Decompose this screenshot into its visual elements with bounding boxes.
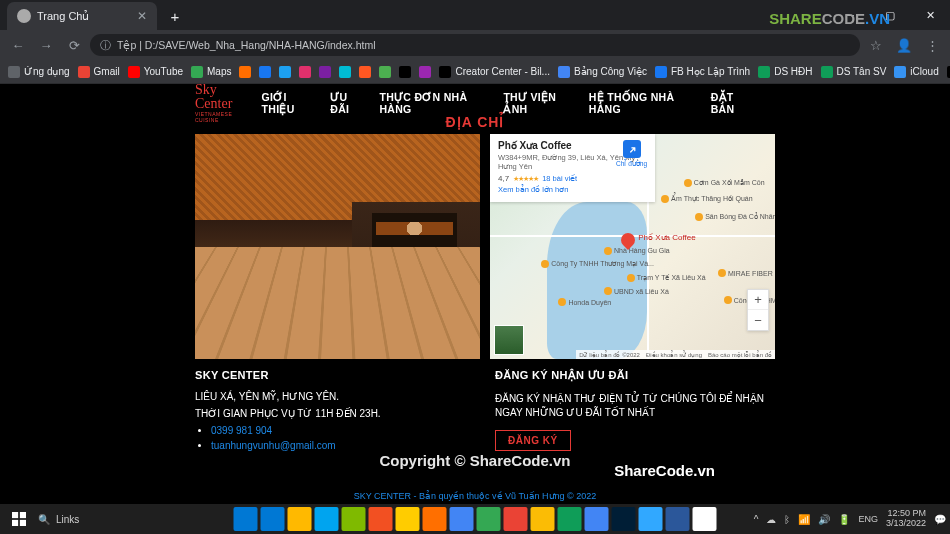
battery-icon[interactable]: 🔋 <box>838 514 850 525</box>
bluetooth-icon[interactable]: ᛒ <box>784 514 790 525</box>
map-poi[interactable]: UBND xã Liêu Xá <box>604 287 669 295</box>
nav-item[interactable]: THƯ VIỆN ẢNH <box>503 91 574 115</box>
footer-email-link[interactable]: tuanhungvunhu@gmail.com <box>211 440 336 451</box>
notifications-icon[interactable]: 💬 <box>934 514 946 525</box>
map-embed[interactable]: Cơm Gà Xối Mắm CônẨm Thực Thăng Hồi Quán… <box>490 134 775 359</box>
nav-item[interactable]: GIỚI THIỆU <box>262 91 317 115</box>
taskbar-app-icon[interactable] <box>531 507 555 531</box>
map-poi[interactable]: Nhà Hàng Gu Gia <box>604 247 670 255</box>
profile-icon[interactable]: 👤 <box>892 33 916 57</box>
taskbar-app-icon[interactable] <box>396 507 420 531</box>
taskbar-app-icon[interactable] <box>612 507 636 531</box>
taskbar-app-icon[interactable] <box>639 507 663 531</box>
tab-title: Trang Chủ <box>37 10 131 23</box>
close-button[interactable]: ✕ <box>910 0 950 30</box>
taskbar-app-icon[interactable] <box>666 507 690 531</box>
taskbar-app-icon[interactable] <box>315 507 339 531</box>
bookmark-favicon <box>439 66 451 78</box>
bookmark-star-icon[interactable]: ☆ <box>864 33 888 57</box>
bookmark-item[interactable] <box>359 66 371 78</box>
bookmark-item[interactable]: Maps <box>191 66 231 78</box>
bookmark-item[interactable]: FB Học Lập Trình <box>655 66 750 78</box>
bookmark-item[interactable] <box>339 66 351 78</box>
taskbar-app-icon[interactable] <box>288 507 312 531</box>
bookmark-item[interactable] <box>399 66 411 78</box>
address-bar[interactable]: ⓘ Tệp | D:/SAVE/Web_Nha_Hang/NHA-HANG/in… <box>90 34 860 56</box>
taskbar-app-icon[interactable] <box>693 507 717 531</box>
nav-item[interactable]: ĐẶT BÀN <box>711 91 755 115</box>
site-logo[interactable]: Sky Center VIETNAMESE CUISINE <box>195 88 248 118</box>
browser-tab[interactable]: Trang Chủ ✕ <box>7 2 157 30</box>
tab-close-icon[interactable]: ✕ <box>137 9 147 23</box>
system-tray: ^ ☁ ᛒ 📶 🔊 🔋 ENG 12:50 PM 3/13/2022 💬 <box>754 509 946 529</box>
bookmark-item[interactable]: Bảng Công Việc <box>558 66 647 78</box>
start-button[interactable] <box>4 504 34 534</box>
bookmark-item[interactable]: YouTube <box>128 66 183 78</box>
bookmark-item[interactable]: DS Tân SV <box>821 66 887 78</box>
new-tab-button[interactable]: + <box>163 4 187 28</box>
map-attr-link[interactable]: Dữ liệu bản đồ ©2022 <box>579 351 640 358</box>
bookmark-item[interactable] <box>279 66 291 78</box>
zoom-in-button[interactable]: + <box>748 290 768 310</box>
svg-rect-1 <box>20 512 26 518</box>
zoom-out-button[interactable]: − <box>748 310 768 330</box>
forward-button[interactable]: → <box>34 33 58 57</box>
map-satellite-toggle[interactable] <box>494 325 524 355</box>
wifi-icon[interactable]: 📶 <box>798 514 810 525</box>
bookmark-item[interactable] <box>319 66 331 78</box>
nav-item[interactable]: ƯU ĐÃI <box>330 91 365 115</box>
taskbar-app-icon[interactable] <box>261 507 285 531</box>
taskbar-app-icon[interactable] <box>558 507 582 531</box>
bookmark-item[interactable]: Gmail <box>78 66 120 78</box>
bookmark-favicon <box>259 66 271 78</box>
taskbar-clock[interactable]: 12:50 PM 3/13/2022 <box>886 509 926 529</box>
volume-icon[interactable]: 🔊 <box>818 514 830 525</box>
map-view-larger-link[interactable]: Xem bản đồ lớn hơn <box>498 185 647 194</box>
map-attr-link[interactable]: Báo cáo một lỗi bản đồ <box>708 351 772 358</box>
map-attr-link[interactable]: Điều khoản sử dụng <box>646 351 702 358</box>
signup-button[interactable]: ĐĂNG KÝ <box>495 430 571 451</box>
bookmark-favicon <box>894 66 906 78</box>
browser-toolbar: ← → ⟳ ⓘ Tệp | D:/SAVE/Web_Nha_Hang/NHA-H… <box>0 30 950 60</box>
map-poi[interactable]: Trạm Y Tế Xã Liêu Xá <box>627 274 706 282</box>
taskbar-app-icon[interactable] <box>477 507 501 531</box>
nav-item[interactable]: HỆ THỐNG NHÀ HÀNG <box>589 91 697 115</box>
nav-item[interactable]: THỰC ĐƠN NHÀ HÀNG <box>379 91 489 115</box>
taskbar-app-icon[interactable] <box>585 507 609 531</box>
map-poi[interactable]: Sân Bóng Đá Cỏ Nhân Tạo Chính Phương <box>695 213 775 221</box>
taskbar-app-icon[interactable] <box>369 507 393 531</box>
bookmark-item[interactable]: Ứng dụng <box>8 66 70 78</box>
directions-icon <box>623 140 641 158</box>
map-poi[interactable]: MIRAE FIBER CORP <box>718 269 775 277</box>
bookmark-item[interactable] <box>259 66 271 78</box>
bookmark-item[interactable] <box>239 66 251 78</box>
taskbar-app-icon[interactable] <box>504 507 528 531</box>
bookmark-item[interactable] <box>299 66 311 78</box>
map-poi[interactable]: Cơm Gà Xối Mắm Côn <box>684 179 765 187</box>
bookmark-item[interactable] <box>379 66 391 78</box>
map-reviews-link[interactable]: 18 bài viết <box>542 174 577 183</box>
map-poi[interactable]: Honda Duyên <box>558 298 611 306</box>
bookmark-item[interactable]: iCloud <box>894 66 938 78</box>
footer-phone-link[interactable]: 0399 981 904 <box>211 425 272 436</box>
onedrive-icon[interactable]: ☁ <box>766 514 776 525</box>
footer-right-title: ĐĂNG KÝ NHẬN ƯU ĐÃI <box>495 369 775 382</box>
menu-icon[interactable]: ⋮ <box>920 33 944 57</box>
taskbar-app-icon[interactable] <box>423 507 447 531</box>
taskbar-search[interactable]: 🔍 Links <box>38 514 79 525</box>
language-indicator[interactable]: ENG <box>858 514 878 524</box>
taskbar-app-icon[interactable] <box>234 507 258 531</box>
map-poi[interactable]: Ẩm Thực Thăng Hồi Quán <box>661 195 753 203</box>
bookmark-item[interactable]: DS HĐH <box>758 66 812 78</box>
taskbar-app-icon[interactable] <box>342 507 366 531</box>
back-button[interactable]: ← <box>6 33 30 57</box>
star-icon: ★★★★★ <box>513 175 538 183</box>
map-poi[interactable]: Công Ty TNHH Thương Mại Và... <box>541 260 654 268</box>
bookmark-item[interactable] <box>419 66 431 78</box>
taskbar-app-icon[interactable] <box>450 507 474 531</box>
reload-button[interactable]: ⟳ <box>62 33 86 57</box>
map-directions-button[interactable]: Chỉ đường <box>616 140 647 168</box>
tray-chevron-icon[interactable]: ^ <box>754 514 759 525</box>
bookmark-item[interactable]: Creator Center - Bil... <box>439 66 549 78</box>
bookmark-favicon <box>339 66 351 78</box>
